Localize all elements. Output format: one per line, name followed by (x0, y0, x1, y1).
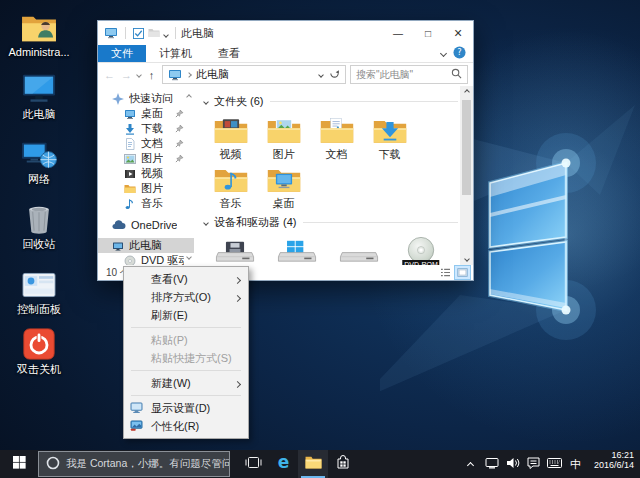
maximize-button[interactable]: □ (413, 21, 443, 45)
minimize-button[interactable]: — (383, 21, 413, 45)
search-input[interactable] (356, 69, 451, 80)
sidebar-item-DVD 驱动器 (E:) 爱封[interactable]: DVD 驱动器 (E:) 爱封 (98, 253, 194, 265)
scrollbar-thumb[interactable] (462, 100, 471, 195)
taskbar-app-edge[interactable]: e (268, 450, 298, 478)
menu-item-查看(V)[interactable]: 查看(V) (124, 270, 248, 288)
folder-桌面[interactable]: 桌面 (257, 163, 310, 209)
sidebar-scroll-up-icon[interactable] (187, 89, 191, 101)
tray-tray-expand[interactable] (460, 458, 481, 470)
sidebar-item-桌面[interactable]: 桌面 (98, 106, 194, 121)
drive-软件 (D:)[interactable]: 软件 (D:) (328, 235, 390, 265)
tray-network[interactable] (481, 457, 502, 471)
qat-customize-icon[interactable] (164, 27, 168, 39)
forward-icon[interactable]: → (120, 69, 133, 81)
sidebar-item-此电脑[interactable]: 此电脑 (98, 238, 194, 253)
sidebar-item-文档[interactable]: 文档 (98, 136, 194, 151)
breadcrumb-chevron-icon (186, 72, 192, 78)
view-details-button[interactable] (437, 265, 454, 280)
sidebar-item-快速访问[interactable]: 快速访问 (98, 91, 194, 106)
desktop-icon-4[interactable]: 控制面板 (6, 265, 72, 315)
close-button[interactable]: × (443, 21, 473, 45)
back-icon[interactable]: ← (103, 69, 116, 81)
ime-indicator[interactable]: 中 (565, 457, 586, 472)
dvd-icon: DVD-ROM (390, 235, 452, 265)
tray-touch-keyboard[interactable] (544, 458, 565, 470)
tab-查看[interactable]: 查看 (205, 45, 253, 62)
item-label: 音乐 (204, 197, 257, 209)
download-mini-icon (124, 123, 136, 135)
system-tray: 中 (460, 450, 586, 478)
help-icon[interactable]: ? (453, 46, 466, 61)
ribbon-collapse-icon[interactable] (440, 50, 447, 57)
sidebar-item-label: 图片 (141, 181, 163, 196)
desktop-icon-5[interactable]: 双击关机 (6, 325, 72, 375)
group-collapse-icon[interactable] (203, 99, 209, 105)
desktop: Administra...此电脑网络回收站控制面板双击关机 此电脑 —□× 文件… (0, 0, 640, 478)
pin-icon (175, 123, 184, 135)
group-header[interactable]: 文件夹 (6) (204, 94, 458, 109)
breadcrumb-path[interactable]: 此电脑 (196, 67, 229, 82)
address-box[interactable]: 此电脑 (162, 65, 346, 84)
qat-new-folder-icon[interactable] (148, 27, 160, 39)
sidebar-item-图片[interactable]: 图片 (98, 181, 194, 196)
menu-item-个性化(R)[interactable]: 个性化(R) (124, 417, 248, 435)
sidebar-item-图片[interactable]: 图片 (98, 151, 194, 166)
desktop-icon-2[interactable]: 网络 (6, 135, 72, 185)
drive-软盘驱动器 (A:)[interactable]: 软盘驱动器 (A:) (204, 235, 266, 265)
menu-item-排序方式(O)[interactable]: 排序方式(O) (124, 288, 248, 306)
sidebar-item-OneDrive[interactable]: OneDrive (98, 217, 194, 232)
scroll-down-icon[interactable] (464, 256, 470, 262)
folder-视频[interactable]: 视频 (204, 114, 257, 160)
folder-文档[interactable]: 文档 (310, 114, 363, 160)
desktop-icon-0[interactable]: Administra... (6, 8, 72, 58)
menu-item-新建(W)[interactable]: 新建(W) (124, 374, 248, 392)
sidebar-item-视频[interactable]: 视频 (98, 166, 194, 181)
start-button[interactable] (0, 450, 38, 478)
group-collapse-icon[interactable] (203, 220, 209, 226)
windows-logo-icon (13, 455, 26, 473)
store-icon (336, 455, 350, 473)
menu-item-刷新(E)[interactable]: 刷新(E) (124, 306, 248, 324)
drive-DVD 驱动器 (E:) 爱封 …[interactable]: DVD-ROMDVD 驱动器 (E:) 爱封 … (390, 235, 452, 265)
tab-计算机[interactable]: 计算机 (146, 45, 205, 62)
sidebar-item-音乐[interactable]: 音乐 (98, 196, 194, 211)
qat-separator (175, 27, 176, 39)
folder-下载[interactable]: 下载 (363, 114, 416, 160)
content-scrollbar[interactable] (460, 86, 473, 265)
refresh-icon[interactable] (329, 68, 340, 81)
taskbar-app-store[interactable] (328, 450, 358, 478)
search-icon[interactable] (451, 68, 462, 81)
action-center-icon (527, 457, 540, 471)
desktop-icon-1[interactable]: 此电脑 (6, 70, 72, 120)
taskbar-clock[interactable]: 16:21 2016/6/14 (586, 450, 640, 478)
window-title: 此电脑 (181, 26, 214, 41)
tray-action-center[interactable] (523, 457, 544, 471)
sidebar-scroll-down-icon[interactable] (187, 249, 191, 261)
drive-系统 (C:)[interactable]: 系统 (C:) (266, 235, 328, 265)
item-label: 桌面 (257, 197, 310, 209)
folder-图片[interactable]: 图片 (257, 114, 310, 160)
search-box (350, 65, 468, 84)
sidebar-item-下载[interactable]: 下载 (98, 121, 194, 136)
taskbar-app-file-explorer[interactable] (298, 450, 328, 478)
desktop-icon-3[interactable]: 回收站 (6, 200, 72, 250)
drive-system-icon (266, 235, 328, 265)
clock-time: 16:21 (586, 450, 634, 460)
up-icon[interactable]: ↑ (145, 69, 158, 81)
svg-text:?: ? (457, 47, 461, 57)
group-title: 文件夹 (6) (214, 94, 264, 109)
scroll-up-icon[interactable] (464, 89, 470, 95)
view-thumbs-button[interactable] (454, 265, 471, 280)
cortana-search-box[interactable]: 我是 Cortana，小娜。有问题尽管问我。 (38, 451, 230, 477)
recent-locations-icon[interactable] (136, 72, 142, 78)
folder-音乐[interactable]: 音乐 (204, 163, 257, 209)
tab-文件[interactable]: 文件 (98, 45, 146, 62)
menu-item-显示设置(D)[interactable]: 显示设置(D) (124, 399, 248, 417)
explorer-body: 快速访问桌面下载文档图片视频图片音乐OneDrive此电脑DVD 驱动器 (E:… (98, 86, 473, 265)
address-bar: ← → ↑ 此电脑 (98, 63, 473, 86)
address-dropdown-icon[interactable] (318, 72, 324, 78)
taskbar-app-task-view[interactable] (238, 450, 268, 478)
group-header[interactable]: 设备和驱动器 (4) (204, 215, 458, 230)
qat-properties-icon[interactable] (133, 28, 144, 39)
tray-volume[interactable] (502, 457, 523, 471)
